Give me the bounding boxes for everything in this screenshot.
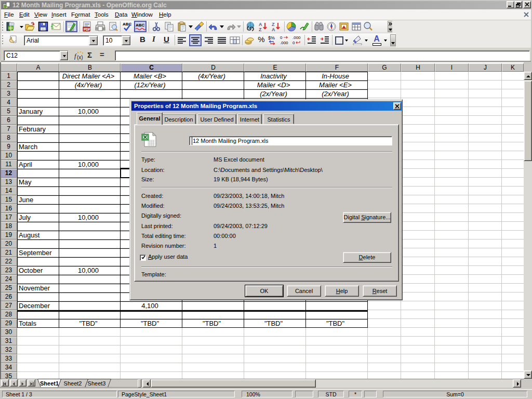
svg-text:Sheet3: Sheet3 <box>88 380 106 387</box>
svg-text:0: 0 <box>292 41 295 45</box>
svg-text:0: 0 <box>280 35 283 40</box>
svg-text:Sheet2: Sheet2 <box>64 380 82 387</box>
svg-text:.000: .000 <box>292 35 301 40</box>
svg-text:ABC: ABC <box>123 22 132 26</box>
svg-text:PDF: PDF <box>84 28 90 31</box>
svg-text:.000: .000 <box>280 41 288 45</box>
svg-text:$%: $% <box>268 35 275 41</box>
svg-text:A: A <box>259 22 262 27</box>
svg-text:Sheet1: Sheet1 <box>40 380 59 387</box>
svg-text:(x): (x) <box>77 55 83 60</box>
svg-text:Z: Z <box>259 27 262 32</box>
svg-text:ABC: ABC <box>136 23 145 28</box>
svg-text:Z: Z <box>272 22 275 27</box>
svg-text:A: A <box>272 27 275 32</box>
